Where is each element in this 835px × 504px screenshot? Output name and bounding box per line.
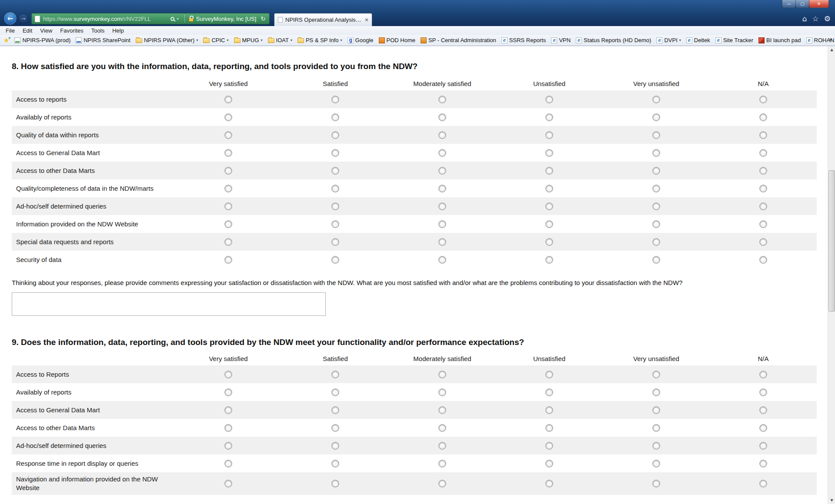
radio-button[interactable] xyxy=(545,460,553,468)
radio-button[interactable] xyxy=(331,256,339,264)
menu-item-help[interactable]: Help xyxy=(108,27,128,34)
radio-button[interactable] xyxy=(652,442,660,450)
radio-button[interactable] xyxy=(759,388,767,396)
favorite-item[interactable]: NPIRS-PWA (prod) xyxy=(12,37,73,43)
radio-button[interactable] xyxy=(652,220,660,228)
radio-button[interactable] xyxy=(652,256,660,264)
radio-button[interactable] xyxy=(224,371,232,378)
refresh-icon[interactable]: ↻ xyxy=(261,15,266,22)
radio-button[interactable] xyxy=(438,220,446,228)
radio-button[interactable] xyxy=(331,149,339,157)
favorite-item[interactable]: NPIRS PWA (Other)▾ xyxy=(133,37,201,43)
tab-close-icon[interactable]: ✕ xyxy=(364,17,369,23)
radio-button[interactable] xyxy=(438,238,446,246)
radio-button[interactable] xyxy=(224,185,232,192)
radio-button[interactable] xyxy=(331,480,339,487)
favorite-item[interactable]: DVPI▾ xyxy=(654,37,683,43)
radio-button[interactable] xyxy=(331,220,339,228)
radio-button[interactable] xyxy=(331,96,339,103)
radio-button[interactable] xyxy=(652,131,660,139)
favorite-item[interactable]: POD Home xyxy=(376,37,418,43)
menu-item-view[interactable]: View xyxy=(36,27,56,34)
close-button[interactable]: ✕ xyxy=(809,0,829,8)
radio-button[interactable] xyxy=(331,371,339,378)
radio-button[interactable] xyxy=(224,238,232,246)
radio-button[interactable] xyxy=(438,202,446,210)
home-icon[interactable]: ⌂ xyxy=(802,14,807,23)
scroll-up-icon[interactable]: ▲ xyxy=(828,46,835,53)
radio-button[interactable] xyxy=(759,185,767,192)
comment-textarea[interactable] xyxy=(12,292,326,316)
menu-item-edit[interactable]: Edit xyxy=(19,27,36,34)
back-button[interactable]: ← xyxy=(3,12,17,25)
radio-button[interactable] xyxy=(545,480,553,487)
radio-button[interactable] xyxy=(438,442,446,450)
radio-button[interactable] xyxy=(438,167,446,175)
radio-button[interactable] xyxy=(759,256,767,264)
favorite-item[interactable]: Site Tracker xyxy=(713,37,756,43)
radio-button[interactable] xyxy=(438,256,446,264)
favorite-item[interactable]: Deltek xyxy=(684,37,713,43)
radio-button[interactable] xyxy=(652,149,660,157)
favorite-item[interactable]: PS & SP Info▾ xyxy=(295,37,345,43)
radio-button[interactable] xyxy=(224,167,232,175)
radio-button[interactable] xyxy=(545,388,553,396)
radio-button[interactable] xyxy=(224,131,232,139)
radio-button[interactable] xyxy=(759,238,767,246)
radio-button[interactable] xyxy=(438,480,446,487)
radio-button[interactable] xyxy=(545,131,553,139)
radio-button[interactable] xyxy=(545,167,553,175)
favorite-item[interactable]: Status Reports (HD Demo) xyxy=(573,37,654,43)
address-bar[interactable]: https://www.surveymonkey.com/r/NV22FLL ▾… xyxy=(31,13,270,24)
radio-button[interactable] xyxy=(652,460,660,468)
radio-button[interactable] xyxy=(652,388,660,396)
radio-button[interactable] xyxy=(545,185,553,192)
radio-button[interactable] xyxy=(438,113,446,121)
radio-button[interactable] xyxy=(545,113,553,121)
radio-button[interactable] xyxy=(224,113,232,121)
radio-button[interactable] xyxy=(545,371,553,378)
scrollbar-thumb[interactable] xyxy=(828,170,835,312)
menu-item-file[interactable]: File xyxy=(2,27,19,34)
radio-button[interactable] xyxy=(759,202,767,210)
radio-button[interactable] xyxy=(224,256,232,264)
radio-button[interactable] xyxy=(438,185,446,192)
radio-button[interactable] xyxy=(545,202,553,210)
favorite-item[interactable]: SSRS Reports xyxy=(499,37,549,43)
radio-button[interactable] xyxy=(759,480,767,487)
radio-button[interactable] xyxy=(545,442,553,450)
radio-button[interactable] xyxy=(652,238,660,246)
radio-button[interactable] xyxy=(224,460,232,468)
radio-button[interactable] xyxy=(652,113,660,121)
maximize-button[interactable]: ▢ xyxy=(795,0,809,8)
favorite-item[interactable]: VPN xyxy=(548,37,573,43)
favorite-item[interactable]: CPIC▾ xyxy=(200,37,231,43)
radio-button[interactable] xyxy=(652,202,660,210)
radio-button[interactable] xyxy=(545,149,553,157)
radio-button[interactable] xyxy=(224,406,232,414)
radio-button[interactable] xyxy=(331,406,339,414)
chevron-down-icon[interactable]: ▾ xyxy=(177,17,179,21)
browser-tab[interactable]: NPIRS Operational Analysis ... ✕ xyxy=(274,13,372,26)
radio-button[interactable] xyxy=(331,388,339,396)
radio-button[interactable] xyxy=(545,406,553,414)
radio-button[interactable] xyxy=(759,424,767,432)
scroll-down-icon[interactable]: ▼ xyxy=(828,497,835,504)
radio-button[interactable] xyxy=(545,238,553,246)
radio-button[interactable] xyxy=(759,460,767,468)
radio-button[interactable] xyxy=(652,96,660,103)
vertical-scrollbar[interactable]: ▲ ▼ xyxy=(828,46,835,504)
radio-button[interactable] xyxy=(331,424,339,432)
radio-button[interactable] xyxy=(224,424,232,432)
radio-button[interactable] xyxy=(438,96,446,103)
add-to-favorites-button[interactable]: ★ xyxy=(3,36,9,44)
gear-icon[interactable]: ⚙ xyxy=(824,14,831,23)
radio-button[interactable] xyxy=(759,131,767,139)
radio-button[interactable] xyxy=(652,480,660,487)
radio-button[interactable] xyxy=(438,406,446,414)
radio-button[interactable] xyxy=(438,424,446,432)
radio-button[interactable] xyxy=(652,424,660,432)
radio-button[interactable] xyxy=(652,167,660,175)
radio-button[interactable] xyxy=(759,96,767,103)
radio-button[interactable] xyxy=(331,202,339,210)
